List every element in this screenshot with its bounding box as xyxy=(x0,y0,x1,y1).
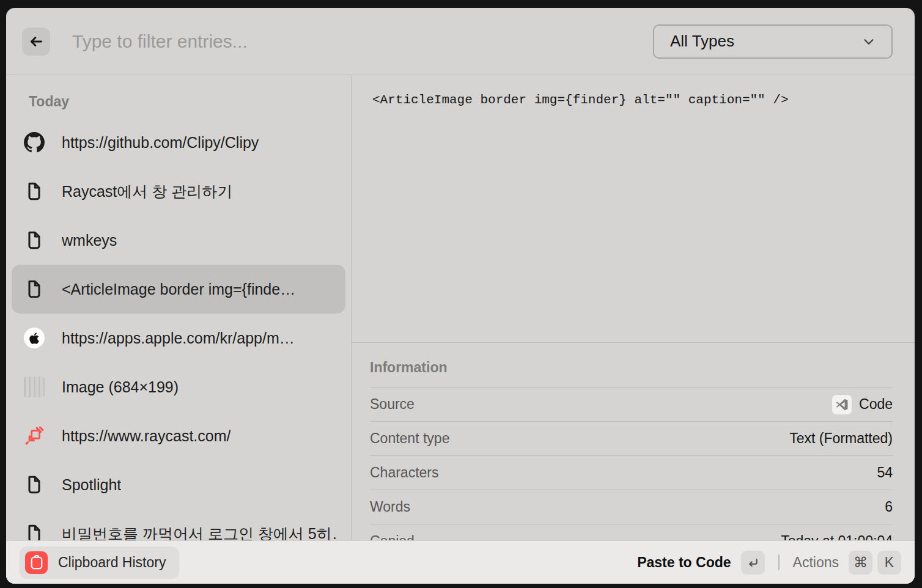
info-value-source: Code xyxy=(859,396,893,413)
filter-type-value: All Types xyxy=(670,32,734,51)
primary-action-label[interactable]: Paste to Code xyxy=(637,554,731,571)
return-key[interactable] xyxy=(741,551,765,575)
info-label: Source xyxy=(370,396,415,413)
clipboard-history-icon xyxy=(25,551,48,574)
list-item[interactable]: https://www.raycast.com/ xyxy=(12,411,345,460)
list-item-label: Spotlight xyxy=(62,476,121,494)
list-item-label: wmkeys xyxy=(62,232,117,249)
section-label-today: Today xyxy=(29,94,345,110)
info-label: Content type xyxy=(370,430,449,447)
list-item[interactable]: https://github.com/Clipy/Clipy xyxy=(12,118,345,167)
list-item[interactable]: https://apps.apple.com/kr/app/m… xyxy=(12,314,345,362)
history-list-panel: Today https://github.com/Clipy/Clipy Ray… xyxy=(6,75,352,584)
action-bar: Clipboard History Paste to Code Actions … xyxy=(6,540,915,584)
app-chip[interactable]: Clipboard History xyxy=(20,546,179,579)
list-item[interactable]: Image (684×199) xyxy=(12,362,345,411)
image-thumbnail xyxy=(24,377,45,397)
github-icon xyxy=(24,132,45,153)
info-label: Words xyxy=(370,499,410,515)
filter-type-dropdown[interactable]: All Types xyxy=(653,24,893,59)
document-icon xyxy=(24,181,45,202)
information-section: Information Source Code Content type Tex… xyxy=(352,343,915,558)
preview-code: <ArticleImage border img={finder} alt=""… xyxy=(372,93,894,107)
return-icon xyxy=(747,556,759,569)
document-icon xyxy=(24,279,45,300)
list-item-label: <ArticleImage border img={finde… xyxy=(62,281,295,298)
info-label: Characters xyxy=(370,465,438,481)
main-area: Today https://github.com/Clipy/Clipy Ray… xyxy=(6,75,915,584)
back-button[interactable] xyxy=(22,28,50,56)
info-row-source: Source Code xyxy=(370,387,893,421)
list-item-label: Raycast에서 창 관리하기 xyxy=(62,182,232,202)
clipboard-preview: <ArticleImage border img={finder} alt=""… xyxy=(352,75,915,343)
app-name: Clipboard History xyxy=(58,554,166,571)
info-row-words: Words 6 xyxy=(370,490,893,524)
info-value-words: 6 xyxy=(885,499,893,515)
separator xyxy=(778,554,780,570)
list-item-selected[interactable]: <ArticleImage border img={finde… xyxy=(12,265,345,314)
search-input[interactable] xyxy=(72,31,653,52)
list-item-label: https://apps.apple.com/kr/app/m… xyxy=(62,329,295,347)
command-key[interactable]: ⌘ xyxy=(849,551,872,575)
list-item-label: Image (684×199) xyxy=(62,378,179,396)
info-value-characters: 54 xyxy=(877,465,893,481)
information-title: Information xyxy=(370,359,893,387)
arrow-left-icon xyxy=(28,34,44,50)
document-icon xyxy=(24,474,45,495)
raycast-icon xyxy=(24,425,45,446)
info-row-content-type: Content type Text (Formatted) xyxy=(370,421,893,455)
list-item[interactable]: Spotlight xyxy=(12,460,345,509)
info-row-characters: Characters 54 xyxy=(370,455,893,490)
list-item[interactable]: wmkeys xyxy=(12,216,345,265)
list-item-label: https://www.raycast.com/ xyxy=(62,427,230,445)
raycast-clipboard-window: All Types Today https://github.com/Clipy… xyxy=(6,8,915,584)
k-key[interactable]: K xyxy=(877,551,901,575)
info-value-content-type: Text (Formatted) xyxy=(789,430,893,447)
list-item-label: https://github.com/Clipy/Clipy xyxy=(62,134,259,152)
document-icon xyxy=(24,230,45,251)
apple-icon xyxy=(24,328,45,348)
header: All Types xyxy=(6,8,915,75)
actions-label[interactable]: Actions xyxy=(793,554,839,571)
detail-panel: <ArticleImage border img={finder} alt=""… xyxy=(352,75,915,584)
vscode-icon xyxy=(832,395,852,414)
list-item[interactable]: Raycast에서 창 관리하기 xyxy=(12,167,345,216)
chevron-down-icon xyxy=(862,35,876,48)
